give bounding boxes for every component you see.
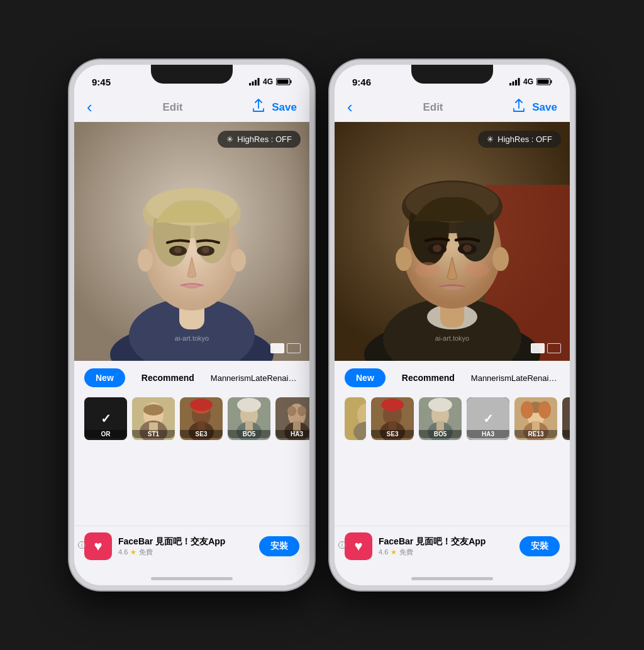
compare-before-left[interactable] — [270, 343, 284, 353]
style-label-ha3-right: HA3 — [467, 430, 509, 438]
svg-rect-47 — [515, 80, 517, 85]
watermark-left: ai-art.tokyo — [175, 334, 209, 342]
svg-point-66 — [463, 245, 472, 252]
style-item-ha3-left[interactable]: HA3 — [275, 397, 309, 440]
svg-point-83 — [428, 398, 452, 412]
ad-star-left: ★ — [130, 548, 136, 556]
ad-icon-right: ♥ — [345, 532, 372, 560]
compare-toggle-left[interactable] — [270, 343, 301, 353]
save-button-right[interactable]: Save — [532, 101, 557, 114]
back-button-right[interactable]: ‹ — [347, 97, 353, 117]
ad-star-right: ★ — [391, 548, 397, 556]
highres-badge-right[interactable]: ✳ HighRes : OFF — [478, 131, 561, 148]
svg-rect-46 — [512, 82, 514, 86]
tab-mannerism-left[interactable]: MannerismLateRenaissa — [211, 373, 299, 383]
style-item-bo5-right[interactable]: BO5 — [419, 397, 462, 440]
tab-recommend-right[interactable]: Recommend — [391, 368, 466, 387]
style-label-or-left: OR — [84, 430, 127, 438]
svg-point-78 — [381, 399, 404, 411]
highres-text-right: HighRes : OFF — [497, 135, 552, 144]
style-item-re13-right[interactable]: RE13 — [514, 397, 557, 440]
style-label-st1-left: ST1 — [132, 430, 175, 438]
svg-rect-0 — [249, 83, 251, 85]
style-item-br5-right[interactable]: BR5 — [562, 397, 570, 440]
share-button-right[interactable] — [513, 99, 525, 116]
style-label-re13-right: RE13 — [514, 430, 557, 438]
svg-point-20 — [138, 249, 153, 272]
style-label-bo5-left: BO5 — [228, 430, 270, 438]
ad-banner-left: ♥ FaceBar 見面吧！交友App 4.6 ★ 免費 安裝 i — [74, 526, 309, 566]
partial-portrait — [345, 397, 366, 440]
ad-free-left: 免費 — [139, 548, 153, 557]
battery-icon-left — [276, 78, 292, 85]
image-area-left: ✳ HighRes : OFF ai-art.tokyo — [74, 122, 309, 361]
back-button-left[interactable]: ‹ — [87, 97, 92, 117]
watermark-right: ai-art.tokyo — [435, 334, 469, 342]
style-item-ha3-right[interactable]: ✓ HA3 — [467, 397, 509, 440]
nav-actions-left: Save — [253, 99, 297, 116]
style-item-partial-right[interactable] — [345, 397, 366, 440]
compare-toggle-right[interactable] — [531, 343, 561, 353]
svg-rect-51 — [538, 80, 549, 84]
network-right: 4G — [523, 77, 533, 86]
tab-new-left[interactable]: New — [84, 368, 125, 387]
style-label-br5-right: BR5 — [562, 430, 570, 438]
tabs-section-right: New Recommend MannerismLateRenaissa — [335, 361, 570, 392]
nav-actions-right: Save — [513, 99, 557, 116]
notch-left — [151, 65, 233, 84]
ad-install-button-right[interactable]: 安裝 — [519, 536, 560, 556]
tab-recommend-left[interactable]: Recommend — [130, 368, 206, 387]
svg-point-70 — [464, 262, 489, 277]
tabs-section-left: New Recommend MannerismLateRenaissa — [74, 361, 309, 392]
svg-point-90 — [538, 401, 551, 419]
signal-icon-left — [249, 78, 260, 85]
save-button-left[interactable]: Save — [272, 101, 297, 114]
style-item-st1-left[interactable]: ST1 — [132, 397, 175, 440]
nav-title-left: Edit — [162, 101, 182, 114]
tab-new-right[interactable]: New — [345, 368, 386, 387]
ad-sub-right: 4.6 ★ 免費 — [379, 548, 519, 557]
tabs-row-right: New Recommend MannerismLateRenaissa — [345, 368, 560, 387]
ad-install-button-left[interactable]: 安裝 — [259, 536, 299, 556]
style-label-ha3-left: HA3 — [275, 430, 309, 438]
status-icons-left: 4G — [249, 77, 292, 86]
status-time-right: 9:46 — [352, 77, 371, 87]
compare-after-left[interactable] — [287, 343, 301, 353]
ad-title-right: FaceBar 見面吧！交友App — [379, 536, 519, 548]
info-icon-left[interactable]: i — [78, 541, 86, 549]
svg-point-65 — [433, 245, 441, 252]
compare-before-right[interactable] — [531, 343, 545, 353]
ad-banner-right: ♥ FaceBar 見面吧！交友App 4.6 ★ 免費 安裝 i — [335, 526, 570, 566]
phones-container: 9:45 4G — [69, 60, 575, 590]
style-item-se3-right[interactable]: SE3 — [371, 397, 414, 440]
compare-after-right[interactable] — [547, 343, 561, 353]
svg-point-32 — [190, 399, 213, 411]
highres-icon-right: ✳ — [487, 135, 494, 144]
svg-point-18 — [174, 247, 182, 253]
share-button-left[interactable] — [253, 99, 264, 116]
style-item-or-left[interactable]: ✓ OR — [84, 397, 127, 440]
svg-point-67 — [396, 247, 412, 271]
svg-rect-50 — [551, 80, 552, 84]
highres-text-left: HighRes : OFF — [237, 135, 292, 144]
svg-point-38 — [237, 398, 261, 412]
ad-rating-right: 4.6 — [379, 548, 388, 556]
tab-mannerism-right[interactable]: MannerismLateRenaissa — [471, 373, 560, 383]
signal-icon-right — [509, 78, 520, 85]
ad-sub-left: 4.6 ★ 免費 — [118, 548, 259, 557]
svg-point-26 — [143, 404, 164, 416]
notch-right — [411, 65, 493, 84]
style-item-bo5-left[interactable]: BO5 — [228, 397, 270, 440]
nav-bar-right: ‹ Edit Save — [335, 92, 570, 122]
info-icon-right[interactable]: i — [338, 541, 346, 549]
style-item-se3-left[interactable]: SE3 — [180, 397, 223, 440]
svg-point-68 — [492, 247, 509, 271]
portrait-left — [74, 122, 309, 361]
highres-badge-left[interactable]: ✳ HighRes : OFF — [218, 131, 301, 148]
svg-point-69 — [415, 262, 440, 277]
svg-rect-5 — [291, 80, 292, 84]
svg-rect-2 — [255, 80, 257, 85]
svg-rect-3 — [257, 78, 259, 85]
style-grid-left: ✓ OR ST1 — [74, 392, 309, 445]
style-label-se3-left: SE3 — [180, 430, 223, 438]
